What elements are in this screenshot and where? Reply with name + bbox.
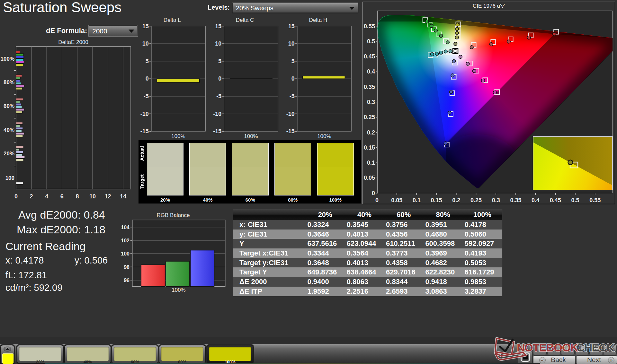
- svg-text:0.3: 0.3: [367, 99, 375, 105]
- svg-text:0: 0: [14, 193, 18, 200]
- svg-text:0.35: 0.35: [510, 197, 521, 204]
- svg-text:98: 98: [124, 264, 130, 270]
- svg-text:12: 12: [105, 193, 111, 200]
- svg-text:0: 0: [291, 75, 295, 82]
- svg-text:0.2: 0.2: [367, 129, 375, 136]
- svg-text:104: 104: [121, 225, 130, 230]
- svg-text:Delta L: Delta L: [164, 17, 181, 23]
- svg-text:NOTEBOOK: NOTEBOOK: [517, 341, 578, 354]
- svg-text:-5: -5: [290, 93, 295, 100]
- svg-text:80%: 80%: [4, 79, 14, 85]
- svg-text:15: 15: [288, 23, 295, 30]
- svg-text:0.35: 0.35: [364, 84, 375, 90]
- svg-text:100: 100: [5, 175, 14, 181]
- svg-text:102: 102: [121, 238, 130, 243]
- svg-text:-15: -15: [140, 128, 149, 134]
- svg-text:-10: -10: [213, 111, 221, 117]
- svg-text:100%: 100%: [172, 287, 185, 293]
- svg-text:15: 15: [142, 23, 149, 30]
- svg-text:0.5: 0.5: [571, 197, 579, 204]
- svg-text:-5: -5: [144, 93, 149, 100]
- svg-text:-15: -15: [286, 128, 295, 134]
- svg-text:10: 10: [142, 40, 149, 47]
- svg-text:0.15: 0.15: [431, 197, 442, 204]
- svg-text:10: 10: [288, 40, 295, 47]
- svg-text:8: 8: [76, 193, 79, 200]
- svg-text:0: 0: [372, 190, 375, 196]
- svg-text:0.55: 0.55: [589, 197, 601, 204]
- svg-text:20%: 20%: [4, 151, 14, 157]
- svg-text:5: 5: [291, 58, 295, 65]
- svg-text:100: 100: [121, 251, 130, 256]
- svg-text:0: 0: [146, 75, 149, 82]
- svg-text:0.45: 0.45: [550, 197, 561, 204]
- svg-text:100%: 100%: [171, 133, 185, 139]
- svg-text:0.05: 0.05: [364, 175, 375, 181]
- svg-text:5: 5: [146, 58, 149, 65]
- svg-text:0.55: 0.55: [364, 23, 375, 30]
- svg-text:0.15: 0.15: [364, 144, 375, 151]
- svg-text:-15: -15: [213, 128, 221, 134]
- svg-text:RGB Balance: RGB Balance: [157, 212, 190, 218]
- svg-text:Delta C: Delta C: [236, 17, 254, 23]
- svg-text:-5: -5: [216, 93, 221, 100]
- svg-text:100%: 100%: [1, 56, 14, 62]
- svg-text:0.1: 0.1: [367, 160, 375, 166]
- svg-text:10: 10: [215, 40, 221, 47]
- svg-text:0.05: 0.05: [391, 197, 402, 204]
- svg-text:CHECK: CHECK: [577, 341, 614, 354]
- svg-text:Delta H: Delta H: [309, 17, 327, 23]
- svg-text:15: 15: [215, 23, 221, 30]
- svg-text:40%: 40%: [4, 127, 14, 133]
- svg-text:96: 96: [124, 278, 130, 283]
- svg-text:0.25: 0.25: [364, 114, 375, 120]
- svg-text:0.5: 0.5: [367, 38, 375, 45]
- svg-text:14: 14: [120, 193, 126, 200]
- svg-text:2: 2: [30, 193, 33, 200]
- svg-text:-10: -10: [140, 111, 149, 117]
- svg-text:5: 5: [218, 58, 221, 65]
- svg-text:100%: 100%: [244, 133, 258, 139]
- svg-text:0.45: 0.45: [364, 53, 375, 60]
- svg-text:0.3: 0.3: [492, 197, 500, 204]
- svg-text:0.4: 0.4: [532, 197, 540, 204]
- svg-text:0.2: 0.2: [452, 197, 460, 204]
- svg-text:10: 10: [89, 193, 96, 200]
- svg-text:0.25: 0.25: [470, 197, 482, 204]
- svg-text:60%: 60%: [4, 103, 14, 109]
- svg-text:0: 0: [375, 197, 379, 204]
- svg-text:-10: -10: [286, 111, 295, 117]
- svg-text:6: 6: [60, 193, 64, 200]
- svg-text:100%: 100%: [317, 133, 331, 139]
- svg-text:4: 4: [45, 193, 48, 200]
- svg-text:DeltaE 2000: DeltaE 2000: [58, 39, 88, 45]
- svg-text:0.4: 0.4: [367, 68, 375, 75]
- svg-text:0: 0: [218, 75, 221, 82]
- svg-text:0.1: 0.1: [413, 197, 421, 204]
